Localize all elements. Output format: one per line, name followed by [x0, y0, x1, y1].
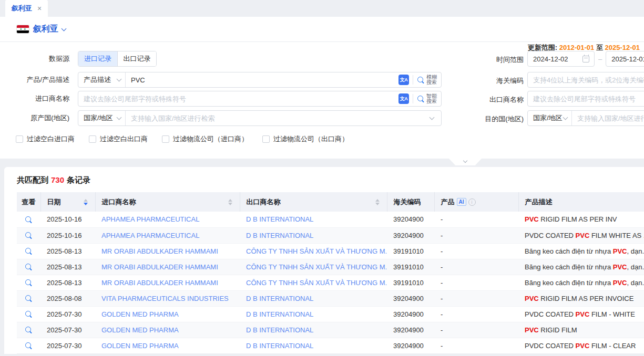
exporter-box [527, 91, 644, 107]
chevron-down-icon[interactable] [62, 26, 67, 31]
filter-checkbox[interactable]: 过滤空白进口商 [16, 134, 75, 144]
importer-link[interactable]: GOLDEN MED PHARMA [95, 306, 240, 322]
destination-select-value: 国家/地区 [533, 113, 563, 123]
checkbox-label: 过滤物流公司（出口商） [273, 134, 349, 144]
destination-input[interactable] [572, 114, 644, 122]
pvc-highlight: PVC [613, 247, 627, 255]
update-range-label: 更新范围: [528, 44, 557, 51]
description-cell: PVC RIGID FILM AS PER INV [518, 212, 644, 227]
view-record-icon[interactable] [25, 295, 33, 302]
filter-checkbox[interactable]: 过滤物流公司（进口商） [162, 134, 248, 144]
view-record-icon[interactable] [25, 279, 33, 287]
checkbox-icon[interactable] [89, 135, 96, 143]
importer-link[interactable]: VITA PHARMACEUTICALS INDUSTRIES [95, 290, 240, 306]
product-cell: - [434, 227, 518, 243]
table-row: 2025-08-13 MR ORABI ABDULKADER HAMMAMI C… [17, 275, 644, 290]
table-row: 2025-07-30 GOLDEN MED PHARMA D B INTERNA… [17, 338, 644, 353]
importer-link[interactable]: MR ORABI ABDULKADER HAMMAMI [95, 275, 240, 290]
date-from-input[interactable] [528, 55, 582, 63]
column-label: 进口商名称 [102, 197, 136, 207]
column-header-date[interactable]: 日期 [40, 192, 95, 212]
importer-link[interactable]: MR ORABI ABDULKADER HAMMAMI [95, 243, 240, 259]
chevron-down-icon [563, 115, 568, 120]
date-cell: 2025-08-13 [40, 275, 95, 290]
product-cell: - [434, 290, 518, 306]
checkbox-icon[interactable] [16, 135, 23, 143]
syria-flag-icon: ★★ [17, 25, 29, 33]
importer-link[interactable]: GOLDEN MED PHARMA [95, 322, 240, 338]
date-cell: 2025-10-16 [40, 212, 95, 227]
column-header-view: 查看 [17, 192, 40, 212]
hs-code-cell: 39204900 [387, 212, 434, 227]
pvc-highlight: PVC [576, 310, 590, 318]
exporter-link[interactable]: D B INTERNATIONAL [240, 290, 387, 306]
summary-count: 730 [48, 175, 67, 184]
calendar-icon[interactable] [582, 56, 589, 62]
column-header-exporter[interactable]: 出口商名称 [240, 192, 387, 212]
hs-code-cell: 39204900 [387, 322, 434, 338]
view-record-icon[interactable] [25, 263, 33, 271]
exporter-link[interactable]: D B INTERNATIONAL [240, 322, 387, 338]
column-header-importer[interactable]: 进口商名称 [95, 192, 240, 212]
hs-code-cell: 39204900 [387, 338, 434, 353]
table-header-row: 查看 日期 进口商名称 出口商名称 海关编码 产品 AI [17, 192, 644, 212]
date-to-input[interactable] [606, 55, 644, 63]
country-name: 叙利亚 [33, 24, 58, 35]
view-record-icon[interactable] [25, 232, 33, 239]
product-cell: - [434, 275, 518, 290]
view-record-icon[interactable] [25, 216, 33, 224]
sort-icon-date[interactable] [84, 199, 88, 205]
view-cell [17, 275, 40, 290]
pvc-highlight: PVC [525, 326, 539, 334]
checkbox-label: 过滤空白出口商 [100, 134, 148, 144]
column-header-product: 产品 AI i [434, 192, 518, 212]
importer-link[interactable]: APHAMEA PHARMACEUTICAL [95, 212, 240, 227]
exporter-link[interactable]: CÔNG TY TNHH SẢN XUẤT VÀ THƯƠNG M... [240, 259, 387, 275]
checkbox-icon[interactable] [162, 135, 169, 143]
hs-code-cell: 39204900 [387, 290, 434, 306]
importer-link[interactable]: GOLDEN MED PHARMA [95, 338, 240, 353]
importer-link[interactable]: APHAMEA PHARMACEUTICAL [95, 227, 240, 243]
view-record-icon[interactable] [25, 310, 33, 318]
exporter-link[interactable]: CÔNG TY TNHH SẢN XUẤT VÀ THƯƠNG M... [240, 243, 387, 259]
country-selector[interactable]: ★★ 叙利亚 [0, 17, 644, 42]
filter-checkbox[interactable]: 过滤空白出口商 [89, 134, 148, 144]
destination-select[interactable]: 国家/地区 [528, 111, 572, 125]
checkbox-icon[interactable] [262, 135, 270, 143]
filter-checkbox[interactable]: 过滤物流公司（出口商） [262, 134, 349, 144]
view-cell [17, 306, 40, 322]
records-table: 查看 日期 进口商名称 出口商名称 海关编码 产品 AI [17, 192, 644, 354]
view-record-icon[interactable] [25, 342, 33, 350]
pvc-highlight: PVC [525, 295, 539, 302]
exporter-link[interactable]: D B INTERNATIONAL [240, 212, 387, 227]
view-record-icon[interactable] [25, 326, 33, 334]
table-row: 2025-08-13 MR ORABI ABDULKADER HAMMAMI C… [17, 243, 644, 259]
product-cell: - [434, 322, 518, 338]
view-cell [17, 322, 40, 338]
exporter-link[interactable]: D B INTERNATIONAL [240, 338, 387, 353]
tab-syria[interactable]: 叙利亚 × [5, 0, 48, 17]
importer-link[interactable]: MR ORABI ABDULKADER HAMMAMI [95, 259, 240, 275]
product-cell: - [434, 338, 518, 353]
view-record-icon[interactable] [25, 247, 33, 255]
exporter-input[interactable] [528, 95, 644, 103]
column-header-hscode: 海关编码 [387, 192, 434, 212]
exporter-link[interactable]: D B INTERNATIONAL [240, 227, 387, 243]
pvc-highlight: PVC [613, 263, 627, 271]
close-icon[interactable]: × [37, 5, 42, 12]
column-label: 产品 [441, 197, 455, 207]
pvc-highlight: PVC [525, 215, 539, 223]
info-icon[interactable]: i [468, 198, 476, 206]
destination-label: 目的国(地区) [463, 114, 524, 124]
results-panel: 共匹配到730条记录 查看 日期 进口商名称 出口商名称 [4, 167, 644, 354]
sort-icon-importer[interactable] [228, 199, 232, 205]
product-cell: - [434, 306, 518, 322]
exporter-link[interactable]: D B INTERNATIONAL [240, 306, 387, 322]
hs-code-input[interactable] [528, 76, 644, 84]
table-row: 2025-07-30 GOLDEN MED PHARMA D B INTERNA… [17, 322, 644, 338]
collapse-panel-handle[interactable] [449, 159, 482, 165]
hs-code-cell: 39191010 [387, 259, 434, 275]
description-cell: PVDC COATED PVC FILM - CLEAR [518, 338, 644, 353]
exporter-link[interactable]: CÔNG TY TNHH SẢN XUẤT VÀ THƯƠNG M... [240, 275, 387, 290]
sort-icon-exporter[interactable] [375, 199, 380, 205]
